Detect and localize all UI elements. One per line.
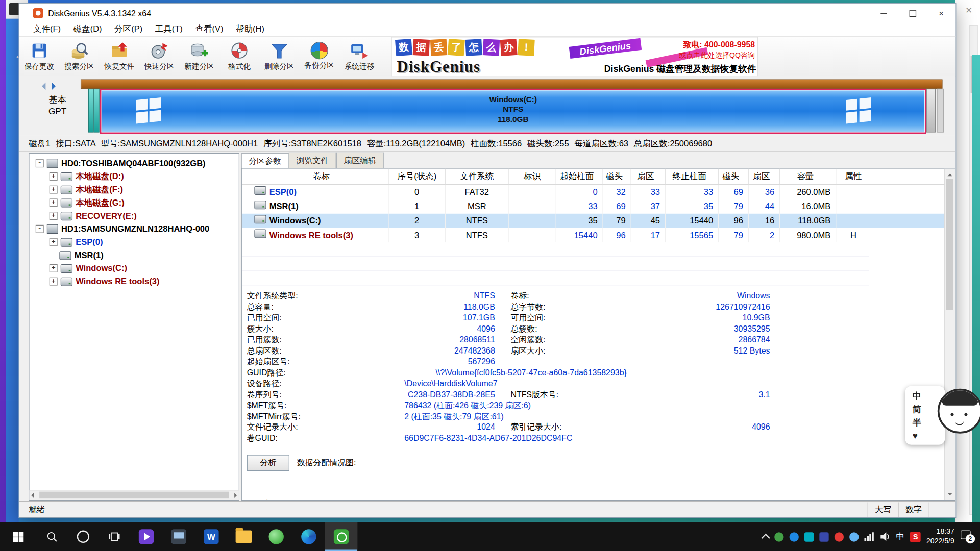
tree-item-hd1[interactable]: HD1:SAMSUNGMZNLN128HAHQ-000 xyxy=(30,222,239,236)
task-view-button[interactable] xyxy=(99,522,130,551)
scroll-right-icon[interactable] xyxy=(234,493,237,498)
background-close-icon[interactable]: ✕ xyxy=(965,5,972,15)
drive-icon xyxy=(254,215,266,223)
expand-icon[interactable] xyxy=(50,238,58,246)
taskbar-app-diskgenius[interactable] xyxy=(325,522,358,551)
scrollbar-thumb[interactable] xyxy=(946,179,953,310)
tray-icon-navy[interactable] xyxy=(820,532,829,541)
ad-qq-link[interactable]: 或点击此处选择QQ咨询 xyxy=(679,51,755,60)
tree-item-recovery-e[interactable]: RECOVERY(E:) xyxy=(30,209,239,222)
tree-item-hd0[interactable]: HD0:TOSHIBAMQ04ABF100(932GB) xyxy=(30,157,239,170)
tree-item-local-g[interactable]: 本地磁盘(G:) xyxy=(30,196,239,209)
word-icon: W xyxy=(204,529,218,544)
recover-files-button[interactable]: 恢复文件 xyxy=(100,37,139,76)
vertical-scrollbar[interactable] xyxy=(944,169,955,500)
tray-icon-green[interactable] xyxy=(774,532,783,541)
menu-disk[interactable]: 磁盘(D) xyxy=(67,22,108,36)
menu-partition[interactable]: 分区(P) xyxy=(108,22,149,36)
save-changes-button[interactable]: 保存更改 xyxy=(19,37,59,76)
minimize-button[interactable] xyxy=(869,4,898,22)
search-partition-button[interactable]: 搜索分区 xyxy=(59,37,99,76)
partition-row-msr[interactable]: MSR(1) 1 MSR 33 69 37 35 79 44 16.0MB xyxy=(242,199,955,214)
taskbar-app-media[interactable] xyxy=(130,522,163,551)
expand-icon[interactable] xyxy=(50,198,58,207)
quick-partition-button[interactable]: 快速分区 xyxy=(139,37,179,76)
detail-value: 2866784 xyxy=(629,334,770,345)
tree-item-local-d[interactable]: 本地磁盘(D:) xyxy=(30,170,239,183)
tray-icon-blue[interactable] xyxy=(790,532,799,541)
tray-icon-lightblue[interactable] xyxy=(849,532,859,541)
collapse-icon[interactable] xyxy=(36,159,44,167)
partition-row-windows-re[interactable]: Windows RE tools(3) 3 NTFS 15440 96 17 1… xyxy=(242,228,955,242)
tree-horizontal-scrollbar[interactable] xyxy=(30,490,239,500)
sogou-tray-icon[interactable]: S xyxy=(910,531,921,542)
tab-sector-edit[interactable]: 扇区编辑 xyxy=(336,153,384,168)
ad-banner[interactable]: 数 据 丢 了 怎 么 办 ！ DiskGenius DiskGenius 致电… xyxy=(391,37,758,77)
scroll-down-icon[interactable] xyxy=(947,493,952,498)
system-migration-button[interactable]: 系统迁移 xyxy=(339,37,379,76)
start-button[interactable] xyxy=(0,522,36,551)
ad-tile: 数 xyxy=(395,39,412,56)
table-header: 卷标 序号(状态) 文件系统 标识 起始柱面 磁头 扇区 终止柱面 磁头 扇区 … xyxy=(242,169,955,185)
expand-icon[interactable] xyxy=(50,172,58,181)
toolbar: 保存更改 搜索分区 恢复文件 快速分区 新建分区 格式化 xyxy=(19,37,955,76)
taskbar-app-edge[interactable] xyxy=(292,522,325,551)
maximize-button[interactable] xyxy=(898,4,927,22)
action-center-button[interactable]: 2 xyxy=(960,529,975,544)
tree-item-esp[interactable]: ESP(0) xyxy=(30,236,239,249)
tab-partition-params[interactable]: 分区参数 xyxy=(241,153,289,169)
scrollbar-thumb[interactable] xyxy=(39,492,229,498)
partition-block-re-tools[interactable] xyxy=(926,89,936,133)
tree-item-local-f[interactable]: 本地磁盘(F:) xyxy=(30,183,239,196)
menu-tools[interactable]: 工具(T) xyxy=(149,22,189,36)
expand-icon[interactable] xyxy=(50,278,58,286)
menu-help[interactable]: 帮助(H) xyxy=(230,22,271,36)
tree-item-windows-c[interactable]: Windows(C:) xyxy=(30,262,239,275)
taskbar-search-button[interactable] xyxy=(36,522,67,551)
taskbar-clock[interactable]: 18:37 2022/5/9 xyxy=(926,527,954,546)
delete-partition-button[interactable]: 删除分区 xyxy=(259,37,299,76)
partition-block-windows-c[interactable]: Windows(C:) NTFS 118.0GB xyxy=(100,89,926,134)
tree-item-windows-re[interactable]: Windows RE tools(3) xyxy=(30,275,239,288)
ime-mascot-avatar[interactable] xyxy=(938,389,980,434)
tree-item-msr[interactable]: MSR(1) xyxy=(30,248,239,262)
expand-icon[interactable] xyxy=(50,186,58,194)
drive-icon xyxy=(59,251,71,260)
next-disk-icon[interactable] xyxy=(52,83,56,90)
expand-icon[interactable] xyxy=(50,264,58,272)
status-ready: 就绪 xyxy=(19,504,868,515)
ime-emoji-icon[interactable]: ♥ xyxy=(913,429,945,442)
close-button[interactable]: × xyxy=(927,4,955,22)
partition-block-esp[interactable] xyxy=(88,89,94,133)
detail-value: 247482368 xyxy=(370,345,495,356)
collapse-icon[interactable] xyxy=(36,225,44,233)
tray-icon-red[interactable] xyxy=(835,532,844,541)
volume-icon[interactable] xyxy=(879,532,891,542)
taskbar-app-pc[interactable] xyxy=(162,522,195,551)
partition-row-esp[interactable]: ESP(0) 0 FAT32 0 32 33 33 69 36 260.0MB xyxy=(242,185,955,199)
analyze-button[interactable]: 分析 xyxy=(247,455,289,471)
expand-icon[interactable] xyxy=(50,212,58,220)
ad-tile: 了 xyxy=(448,39,465,56)
tray-expand-icon[interactable] xyxy=(762,534,770,542)
prev-disk-icon[interactable] xyxy=(42,83,45,90)
menu-file[interactable]: 文件(F) xyxy=(27,22,67,36)
cortana-button[interactable] xyxy=(67,522,99,551)
tray-icon-teal[interactable] xyxy=(804,532,814,541)
taskbar-app-word[interactable]: W xyxy=(195,522,228,551)
backup-partition-button[interactable]: 备份分区 xyxy=(300,37,339,76)
taskbar-app-explorer[interactable] xyxy=(228,522,260,551)
ime-language-indicator[interactable]: 中 xyxy=(896,531,905,542)
scroll-up-icon[interactable] xyxy=(947,171,952,177)
new-partition-button[interactable]: 新建分区 xyxy=(179,37,219,76)
format-button[interactable]: 格式化 xyxy=(219,37,259,76)
partition-block-msr[interactable] xyxy=(94,89,100,133)
network-icon[interactable] xyxy=(865,532,874,541)
ime-widget[interactable]: 中 简 半 ♥ xyxy=(905,385,980,447)
detail-value: 4096 xyxy=(629,422,770,433)
taskbar-app-browser[interactable] xyxy=(260,522,292,551)
menu-view[interactable]: 查看(V) xyxy=(189,22,230,36)
scroll-left-icon[interactable] xyxy=(31,493,34,498)
partition-row-windows-c[interactable]: Windows(C:) 2 NTFS 35 79 45 15440 96 16 … xyxy=(242,214,955,228)
tab-browse-files[interactable]: 浏览文件 xyxy=(289,153,336,168)
